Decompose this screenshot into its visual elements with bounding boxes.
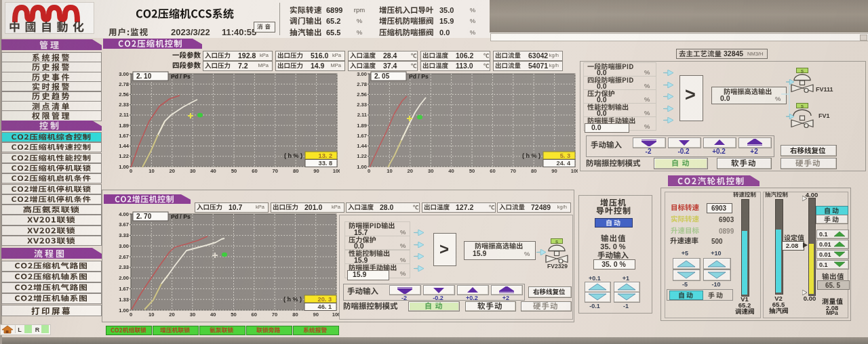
svg-text:50: 50 bbox=[231, 311, 236, 318]
svg-text:80: 80 bbox=[292, 311, 298, 318]
svg-text:3.33: 3.33 bbox=[119, 232, 129, 238]
svg-text:1.00: 1.00 bbox=[119, 164, 129, 170]
svg-text:Pd / Ps: Pd / Ps bbox=[409, 73, 429, 80]
svg-text:2.56: 2.56 bbox=[357, 91, 367, 98]
svg-text:1.67: 1.67 bbox=[357, 133, 367, 139]
svg-text:2.11: 2.11 bbox=[357, 112, 368, 118]
svg-text:1.67: 1.67 bbox=[119, 286, 129, 292]
svg-text:80: 80 bbox=[293, 168, 298, 174]
svg-text:( h % ): ( h % ) bbox=[284, 152, 302, 159]
svg-text:40: 40 bbox=[210, 311, 216, 318]
svg-text:50: 50 bbox=[469, 168, 475, 174]
svg-text:2.00: 2.00 bbox=[119, 275, 129, 281]
svg-text:2. 10: 2. 10 bbox=[136, 72, 152, 80]
svg-text:33. 8: 33. 8 bbox=[319, 160, 332, 167]
svg-text:30: 30 bbox=[428, 168, 433, 174]
svg-text:0: 0 bbox=[130, 168, 132, 174]
svg-text:1.22: 1.22 bbox=[119, 153, 129, 159]
svg-text:2.33: 2.33 bbox=[119, 102, 129, 108]
svg-text:1.67: 1.67 bbox=[119, 133, 129, 139]
svg-text:100: 100 bbox=[571, 168, 578, 174]
svg-text:30: 30 bbox=[190, 168, 195, 174]
svg-text:1.22: 1.22 bbox=[357, 153, 367, 159]
svg-text:1.00: 1.00 bbox=[119, 307, 129, 314]
svg-text:Pd / Ps: Pd / Ps bbox=[171, 213, 191, 220]
svg-text:40: 40 bbox=[210, 168, 216, 174]
svg-text:70: 70 bbox=[273, 168, 278, 174]
svg-text:1.89: 1.89 bbox=[357, 123, 367, 129]
svg-text:2.56: 2.56 bbox=[119, 91, 129, 98]
svg-text:100: 100 bbox=[332, 311, 339, 318]
svg-text:1.44: 1.44 bbox=[119, 143, 130, 149]
svg-text:2.33: 2.33 bbox=[357, 102, 367, 108]
svg-text:1.89: 1.89 bbox=[119, 123, 129, 129]
svg-text:2.67: 2.67 bbox=[119, 254, 129, 260]
svg-text:2.78: 2.78 bbox=[119, 81, 129, 87]
svg-text:20: 20 bbox=[170, 168, 175, 174]
svg-text:60: 60 bbox=[252, 168, 257, 174]
svg-text:2.78: 2.78 bbox=[357, 81, 367, 87]
svg-text:70: 70 bbox=[272, 311, 277, 318]
svg-text:10: 10 bbox=[149, 311, 154, 318]
svg-text:100: 100 bbox=[333, 168, 340, 174]
svg-text:3.00: 3.00 bbox=[119, 243, 129, 249]
svg-text:20: 20 bbox=[169, 311, 174, 318]
svg-text:70: 70 bbox=[511, 168, 516, 174]
svg-text:0: 0 bbox=[368, 168, 370, 174]
svg-text:2.11: 2.11 bbox=[119, 112, 130, 118]
svg-text:20: 20 bbox=[408, 168, 413, 174]
svg-text:90: 90 bbox=[313, 311, 318, 318]
svg-text:46. 1: 46. 1 bbox=[318, 303, 332, 310]
svg-text:2. 70: 2. 70 bbox=[136, 213, 152, 220]
svg-text:24. 4: 24. 4 bbox=[557, 160, 571, 167]
svg-text:1.33: 1.33 bbox=[119, 297, 129, 303]
svg-text:2.33: 2.33 bbox=[119, 264, 129, 270]
svg-text:30: 30 bbox=[190, 311, 195, 318]
svg-text:Pd / Ps: Pd / Ps bbox=[171, 73, 191, 80]
svg-text:3.00: 3.00 bbox=[357, 71, 367, 77]
svg-text:3.00: 3.00 bbox=[119, 71, 129, 77]
svg-text:50: 50 bbox=[231, 168, 237, 174]
svg-text:40: 40 bbox=[448, 168, 454, 174]
svg-text:60: 60 bbox=[490, 168, 495, 174]
svg-text:10: 10 bbox=[387, 168, 392, 174]
svg-text:1.00: 1.00 bbox=[357, 164, 367, 170]
svg-text:60: 60 bbox=[252, 311, 257, 318]
svg-text:13. 2: 13. 2 bbox=[319, 152, 332, 159]
svg-text:80: 80 bbox=[531, 168, 536, 174]
svg-text:90: 90 bbox=[313, 168, 319, 174]
svg-text:3.67: 3.67 bbox=[119, 221, 129, 228]
svg-text:4.00: 4.00 bbox=[119, 211, 129, 217]
svg-text:90: 90 bbox=[551, 168, 557, 174]
svg-text:S: S bbox=[801, 69, 804, 73]
svg-text:S: S bbox=[801, 104, 804, 108]
svg-text:0: 0 bbox=[130, 311, 132, 318]
svg-text:2. 05: 2. 05 bbox=[374, 72, 390, 80]
svg-text:1.44: 1.44 bbox=[357, 143, 368, 149]
svg-text:10: 10 bbox=[149, 168, 154, 174]
